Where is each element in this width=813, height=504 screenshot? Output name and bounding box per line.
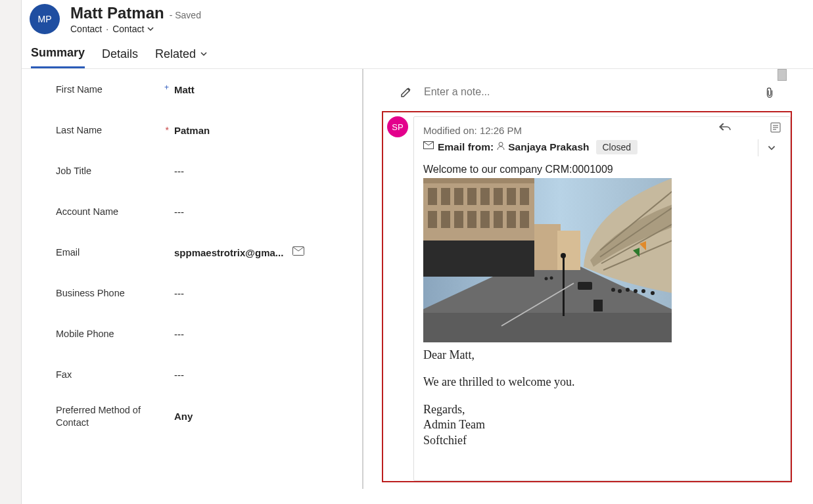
record-header: MP Matt Patman - Saved Contact · Contact	[22, 0, 813, 41]
field-account-name[interactable]: Account Name ---	[22, 191, 358, 232]
svg-point-48	[550, 277, 553, 280]
svg-rect-21	[428, 211, 437, 228]
svg-rect-39	[593, 300, 603, 311]
form-selector[interactable]: Contact	[112, 24, 154, 34]
svg-point-41	[611, 288, 615, 292]
field-value: ---	[174, 369, 358, 380]
svg-rect-26	[494, 211, 503, 228]
field-value: ---	[174, 288, 358, 299]
svg-point-42	[618, 289, 622, 293]
entity-label: Contact	[70, 24, 102, 34]
field-label: Account Name	[56, 206, 174, 217]
svg-point-43	[626, 288, 630, 292]
email-image	[423, 178, 672, 342]
field-first-name[interactable]: First Name Matt	[22, 69, 358, 110]
field-value: Any	[174, 411, 358, 422]
svg-rect-40	[578, 282, 592, 290]
svg-rect-30	[557, 231, 580, 270]
note-icon[interactable]	[770, 122, 782, 134]
svg-marker-9	[423, 313, 672, 342]
tab-related[interactable]: Related	[155, 46, 208, 68]
svg-rect-11	[423, 178, 534, 183]
svg-rect-20	[520, 188, 529, 205]
email-subject: Welcome to our company CRM:0001009	[423, 164, 781, 175]
scrollbar[interactable]	[778, 69, 787, 81]
card-actions	[719, 122, 782, 156]
from-label: Email from:	[438, 141, 494, 153]
form-name: Contact	[112, 24, 144, 34]
svg-point-38	[561, 253, 566, 258]
tab-summary[interactable]: Summary	[31, 46, 85, 68]
tab-details[interactable]: Details	[102, 46, 138, 68]
svg-rect-27	[507, 211, 516, 228]
field-label: Job Title	[56, 166, 174, 176]
svg-rect-17	[480, 188, 490, 205]
email-body: Dear Matt, We are thrilled to welcome yo…	[423, 348, 781, 448]
svg-point-6	[499, 143, 503, 147]
scrollbar[interactable]	[362, 69, 363, 489]
svg-point-45	[641, 289, 645, 293]
svg-rect-25	[480, 211, 490, 228]
svg-rect-37	[563, 257, 565, 316]
svg-rect-24	[467, 211, 476, 228]
timeline-pane: SP	[382, 69, 813, 489]
svg-rect-12	[423, 241, 534, 277]
email-activity-card[interactable]: Modified on: 12:26 PM Email from: Sanjay…	[413, 116, 791, 481]
record-avatar: MP	[30, 4, 60, 34]
field-business-phone[interactable]: Business Phone ---	[22, 273, 358, 313]
field-value: ---	[174, 206, 358, 218]
chevron-down-icon	[200, 50, 208, 58]
field-label: Email	[56, 247, 174, 258]
field-value: ---	[174, 329, 358, 340]
tab-related-label: Related	[155, 47, 196, 61]
field-label: Preferred Method of Contact	[56, 404, 174, 429]
svg-rect-13	[428, 188, 437, 205]
field-label: Mobile Phone	[56, 329, 174, 339]
pencil-icon	[400, 86, 412, 98]
svg-rect-23	[454, 211, 463, 228]
field-fax[interactable]: Fax ---	[22, 354, 358, 395]
field-email[interactable]: Email sppmaestrotrix@gma...	[22, 232, 358, 273]
attachment-icon[interactable]	[764, 86, 776, 98]
timeline-card-highlighted: SP	[382, 111, 792, 482]
field-last-name[interactable]: Last Name Patman	[22, 110, 358, 150]
email-icon	[423, 141, 435, 153]
field-label: Business Phone	[56, 288, 174, 298]
svg-rect-29	[534, 224, 561, 270]
field-value: ---	[174, 166, 358, 177]
svg-rect-19	[507, 188, 516, 205]
sender-avatar: SP	[387, 116, 408, 137]
note-input-row[interactable]	[400, 86, 776, 98]
mail-icon[interactable]	[292, 246, 304, 258]
nav-rail	[0, 0, 21, 504]
field-value: Patman	[174, 125, 358, 136]
chevron-down-icon[interactable]	[758, 139, 782, 156]
body-greeting: Dear Matt,	[423, 348, 781, 363]
chevron-down-icon	[147, 25, 154, 33]
tab-bar: Summary Details Related	[22, 41, 813, 69]
field-label: First Name	[56, 84, 174, 95]
content-area: First Name Matt Last Name Patman Job Tit…	[22, 69, 813, 489]
field-job-title[interactable]: Job Title ---	[22, 150, 358, 191]
from-name: Sanjaya Prakash	[508, 141, 589, 153]
svg-rect-22	[441, 211, 450, 228]
body-sign: Admin Team	[423, 417, 781, 432]
reply-icon[interactable]	[719, 122, 731, 134]
status-badge: Closed	[596, 140, 638, 154]
svg-point-47	[545, 277, 548, 281]
body-sign: Regards,	[423, 402, 781, 417]
field-mobile-phone[interactable]: Mobile Phone ---	[22, 313, 358, 354]
body-sign: Softchief	[423, 433, 781, 448]
svg-rect-15	[454, 188, 463, 205]
field-value: Matt	[174, 84, 358, 95]
record-name: Matt Patman	[70, 4, 164, 22]
field-label: Last Name	[56, 125, 174, 135]
note-input[interactable]	[424, 86, 753, 98]
separator: ·	[106, 24, 108, 34]
person-icon	[496, 141, 505, 153]
svg-rect-28	[520, 211, 529, 228]
svg-rect-14	[441, 188, 450, 205]
pane-divider	[363, 69, 382, 489]
field-label: Fax	[56, 369, 174, 380]
field-preferred-contact[interactable]: Preferred Method of Contact Any	[22, 395, 358, 438]
